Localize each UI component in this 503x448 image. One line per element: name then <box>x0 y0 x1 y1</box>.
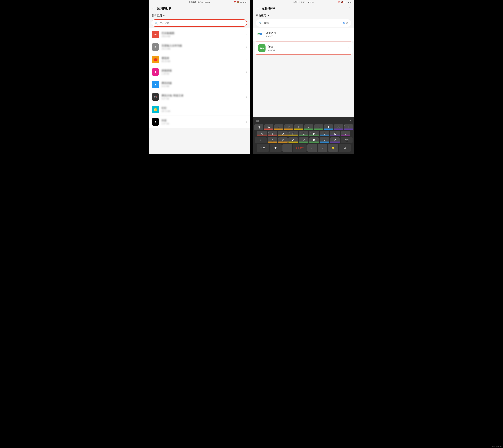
app-icon-6: 🔔 <box>152 106 159 113</box>
keyboard-row-2: -A @S #D $F %G &H *J (K )L <box>254 131 353 136</box>
left-back-button[interactable]: ← <box>152 7 155 11</box>
key-N[interactable]: N <box>320 137 329 143</box>
key-Y[interactable]: 6Y <box>304 125 313 130</box>
key-enter[interactable]: ⏎ <box>339 144 351 152</box>
wechat-icon <box>258 44 265 52</box>
right-signal: HD⁴ᴳ↑↓ <box>301 1 307 3</box>
key-shift[interactable]: ⇧ <box>255 137 267 143</box>
key-A[interactable]: -A <box>257 131 267 136</box>
left-signal: HD⁴ᴳ↑↓ <box>197 1 203 3</box>
key-M[interactable]: M <box>330 137 340 143</box>
app-item-5[interactable]: 🎮 腾讯大地: 明道王者 9.27 GB › <box>149 91 250 103</box>
right-clear-button[interactable]: ✕ <box>346 21 348 25</box>
key-K[interactable]: (K <box>330 131 340 136</box>
right-alarm-icon: ⏰ <box>338 1 341 3</box>
left-time: 18:10 <box>242 1 247 3</box>
left-carrier: 中国移动 <box>189 1 196 4</box>
app-item-3[interactable]: ✦ 拼接拼接 1.18 GB › <box>149 66 250 78</box>
key-Q[interactable]: 1Q <box>254 125 263 130</box>
keyboard-toolbar: ⊞ ⊙ <box>254 118 353 125</box>
app-item-4[interactable]: ● 腾讯诗篇 6.41 MB › <box>149 78 250 91</box>
left-app-list: ✂ 巴乐集截图 228.9 MB › 百 百度输入法华为版 231.4 MB ›… <box>149 28 250 154</box>
wechat-name: 微信 <box>268 45 346 48</box>
key-H[interactable]: &H <box>309 131 319 136</box>
left-search-box[interactable]: 🔍 搜索应用 <box>152 19 247 27</box>
key-R[interactable]: 4R <box>284 125 293 130</box>
key-Z[interactable]: /Z <box>268 137 277 143</box>
app-size-0: 228.9 MB <box>162 35 244 38</box>
key-backspace[interactable]: ⌫ <box>341 137 353 143</box>
left-more-button[interactable]: ⋮ <box>243 7 247 11</box>
left-top-bar: ← 应用管理 ⋮ <box>149 5 250 13</box>
left-speed: 105 B/s <box>204 1 210 3</box>
key-F[interactable]: $F <box>288 131 298 136</box>
app-item-2[interactable]: 🍅 番茄来 95.23 MB › <box>149 53 250 66</box>
right-panel: 中国移动 HD⁴ᴳ↑↓ 256 B/s ⏰ 🔕 85 18:10 ← 应用管理 … <box>253 0 354 154</box>
key-W[interactable]: 2W <box>264 125 273 130</box>
left-status-bar: 中国移动 HD⁴ᴳ↑↓ 105 B/s ⏰ 🔕 85 18:10 <box>149 0 250 5</box>
cherry-label: CHERRY <box>296 147 304 149</box>
app-item-7[interactable]: ♪ 抖音 2.37 GB › <box>149 116 250 128</box>
left-phone-screen: 中国移动 HD⁴ᴳ↑↓ 105 B/s ⏰ 🔕 85 18:10 ← 应用管理 … <box>149 0 250 154</box>
right-more-button[interactable]: ⋮ <box>348 7 351 11</box>
keyboard-apps-icon[interactable]: ⊞ <box>256 119 259 123</box>
left-filter-row[interactable]: 所有应用 ▼ <box>149 13 250 18</box>
wechat-item-highlighted[interactable]: 微信 3.56 GB › <box>255 42 352 55</box>
key-numbers[interactable]: ?123 <box>257 144 269 152</box>
right-mute-icon: 🔕 <box>341 1 343 3</box>
key-B[interactable]: B <box>309 137 319 143</box>
app-name-4: 腾讯诗篇 <box>162 81 244 85</box>
right-phone-screen: 中国移动 HD⁴ᴳ↑↓ 256 B/s ⏰ 🔕 85 18:10 ← 应用管理 … <box>253 0 354 117</box>
enterprise-wechat-item[interactable]: ●● 企业微信 1.90 GB › <box>253 28 354 41</box>
right-back-button[interactable]: ← <box>256 7 259 11</box>
key-U[interactable]: 7U <box>314 125 323 130</box>
chevron-2: › <box>246 58 247 61</box>
left-search-placeholder: 搜索应用 <box>159 21 170 25</box>
key-S[interactable]: @S <box>268 131 277 136</box>
key-C[interactable]: C <box>288 137 298 143</box>
chevron-1: › <box>246 46 247 48</box>
app-item-6[interactable]: 🔔 钉钉 667.9 MB › <box>149 103 250 116</box>
keyboard-clock-icon[interactable]: ⊙ <box>348 119 351 123</box>
watermark: www.alog.com <box>492 446 502 447</box>
wechat-item[interactable]: 微信 3.56 GB › <box>255 42 352 54</box>
key-emoji[interactable]: 😊 <box>328 144 338 152</box>
key-cherry[interactable]: 🎤 CHERRY ♥ <box>293 144 307 152</box>
left-dropdown-arrow: ▼ <box>163 15 165 17</box>
enterprise-wechat-icon: ●● <box>256 31 263 38</box>
key-I[interactable]: 8I <box>324 125 333 130</box>
app-icon-0: ✂ <box>152 31 159 38</box>
key-P[interactable]: 0P <box>344 125 353 130</box>
right-search-box[interactable]: 🔍 微信 ✕ <box>256 19 351 27</box>
keyboard-row-4: ?123 中 ， 🎤 CHERRY ♥ 。 ？ 😊 ⏎ <box>254 144 353 152</box>
keyboard-row-1: 1Q 2W 3E 4R 5T 6Y 7U 8I 9O 0P <box>254 125 353 130</box>
app-icon-5: 🎮 <box>152 93 159 101</box>
key-question[interactable]: ？ <box>318 144 327 152</box>
app-size-3: 1.18 GB <box>162 73 244 75</box>
enterprise-wechat-chevron: › <box>351 33 351 36</box>
app-info-4: 腾讯诗篇 6.41 MB <box>162 81 244 88</box>
key-G[interactable]: %G <box>299 131 308 136</box>
app-size-7: 2.37 GB <box>162 123 244 125</box>
key-X[interactable]: \X <box>278 137 288 143</box>
key-period[interactable]: 。 <box>308 144 317 152</box>
right-filter-row[interactable]: 所有应用 ▼ <box>253 13 354 18</box>
app-icon-7: ♪ <box>152 118 159 126</box>
key-T[interactable]: 5T <box>294 125 303 130</box>
chevron-3: › <box>246 70 247 74</box>
key-L[interactable]: )L <box>341 131 350 136</box>
mic-icon: 🎤 <box>299 145 301 147</box>
app-name-2: 番茄来 <box>162 57 244 60</box>
app-item-0[interactable]: ✂ 巴乐集截图 228.9 MB › <box>149 28 250 41</box>
key-V[interactable]: V <box>299 137 308 143</box>
key-D[interactable]: #D <box>278 131 288 136</box>
key-O[interactable]: 9O <box>334 125 343 130</box>
key-E[interactable]: 3E <box>274 125 283 130</box>
app-item-1[interactable]: 百 百度输入法华为版 231.4 MB › <box>149 41 250 53</box>
app-info-7: 抖音 2.37 GB <box>162 119 244 125</box>
key-J[interactable]: *J <box>320 131 329 136</box>
key-chinese[interactable]: 中 <box>270 144 282 152</box>
key-comma[interactable]: ， <box>282 144 292 152</box>
chevron-7: › <box>246 120 247 123</box>
app-info-0: 巴乐集截图 228.9 MB <box>162 32 244 38</box>
